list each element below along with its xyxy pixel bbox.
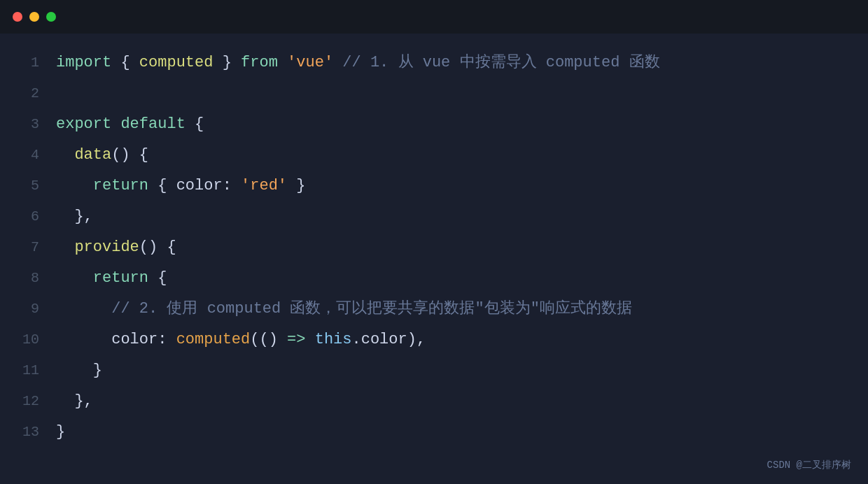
code-line: 2 (0, 78, 868, 109)
line-number: 7 (14, 232, 39, 263)
token-plain (111, 115, 120, 133)
token-plain (56, 300, 111, 318)
title-bar (0, 0, 868, 34)
token-plain: } (287, 177, 305, 194)
token-plain (56, 177, 93, 194)
token-kw: export (56, 115, 111, 133)
token-plain: } (213, 54, 241, 71)
code-line: 4 data() { (0, 140, 868, 171)
line-content: } (56, 417, 65, 448)
token-kw: from (241, 54, 278, 71)
code-line: 1import { computed } from 'vue' // 1. 从 … (0, 48, 868, 78)
code-line: 3export default { (0, 109, 868, 140)
line-content: data() { (56, 140, 148, 171)
token-fn: computed (139, 54, 214, 71)
line-number: 11 (14, 355, 39, 386)
token-kw: default (120, 115, 185, 133)
token-arrow: => (287, 331, 305, 348)
token-plain: { (186, 115, 204, 133)
token-plain (56, 269, 93, 287)
token-plain (56, 146, 74, 164)
code-line: 11 } (0, 355, 868, 386)
code-line: 13} (0, 417, 868, 448)
code-editor: 1import { computed } from 'vue' // 1. 从 … (0, 34, 868, 462)
line-content: export default { (56, 109, 204, 140)
token-plain: } (56, 423, 65, 441)
token-plain: () { (139, 239, 176, 256)
line-number: 4 (14, 140, 39, 171)
line-content: }, (56, 201, 93, 232)
token-kw: return (93, 269, 148, 287)
token-fn: data (74, 146, 111, 164)
line-number: 5 (14, 171, 39, 201)
line-number: 10 (14, 325, 39, 355)
line-content: provide() { (56, 232, 176, 263)
line-content: return { color: 'red' } (56, 171, 305, 201)
line-number: 13 (14, 417, 39, 448)
code-line: 7 provide() { (0, 232, 868, 263)
token-plain: { color: (148, 177, 241, 194)
line-number: 2 (14, 78, 39, 109)
code-line: 10 color: computed(() => this.color), (0, 325, 868, 355)
line-number: 1 (14, 48, 39, 78)
line-number: 6 (14, 201, 39, 232)
line-content: } (56, 355, 102, 386)
token-comment: // 2. 使用 computed 函数，可以把要共享的数据"包装为"响应式的数… (111, 300, 632, 318)
token-kw: import (56, 54, 111, 71)
token-plain: } (56, 362, 102, 379)
token-str: 'vue' (287, 54, 333, 71)
code-line: 8 return { (0, 263, 868, 294)
token-kw: return (93, 177, 148, 194)
line-number: 9 (14, 294, 39, 325)
token-plain: { (111, 54, 139, 71)
close-button[interactable] (13, 12, 22, 22)
code-line: 5 return { color: 'red' } (0, 171, 868, 201)
token-plain: color: (56, 331, 176, 348)
token-plain (305, 331, 314, 348)
maximize-button[interactable] (46, 12, 56, 22)
code-line: 6 }, (0, 201, 868, 232)
token-plain (278, 54, 287, 71)
token-str: 'red' (241, 177, 287, 194)
token-fn: provide (74, 239, 139, 256)
token-plain: { (148, 269, 167, 287)
watermark: CSDN @二叉排序树 (767, 459, 851, 471)
minimize-button[interactable] (29, 12, 39, 22)
code-window: 1import { computed } from 'vue' // 1. 从 … (0, 0, 868, 484)
token-prop: this (315, 331, 352, 348)
code-line: 12 }, (0, 386, 868, 417)
token-plain (56, 239, 74, 256)
token-plain: (() (250, 331, 287, 348)
line-number: 3 (14, 109, 39, 140)
line-number: 8 (14, 263, 39, 294)
line-content: import { computed } from 'vue' // 1. 从 v… (56, 48, 660, 78)
code-line: 9 // 2. 使用 computed 函数，可以把要共享的数据"包装为"响应式… (0, 294, 868, 325)
line-content: return { (56, 263, 167, 294)
token-comment: // 1. 从 vue 中按需导入 computed 函数 (342, 54, 659, 71)
token-plain: .color), (352, 331, 426, 348)
line-number: 12 (14, 386, 39, 417)
line-content: color: computed(() => this.color), (56, 325, 426, 355)
token-plain: }, (56, 392, 93, 410)
token-plain: () { (111, 146, 148, 164)
token-method: computed (176, 331, 251, 348)
token-plain: }, (56, 208, 93, 225)
token-plain (333, 54, 342, 71)
line-content: }, (56, 386, 93, 417)
line-content: // 2. 使用 computed 函数，可以把要共享的数据"包装为"响应式的数… (56, 294, 632, 325)
